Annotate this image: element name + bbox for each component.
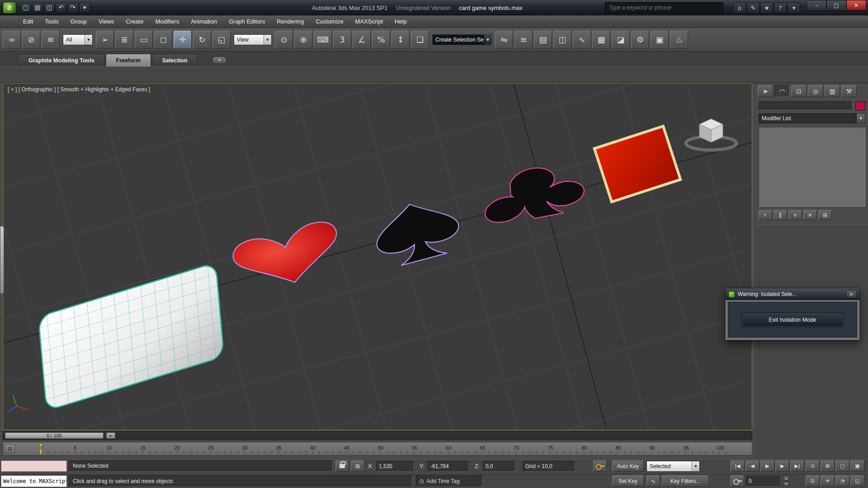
snaps-toggle-3d-button[interactable]: 3 (333, 31, 351, 49)
timeline-frame-5[interactable]: 5 (74, 445, 76, 450)
help-dropdown-button[interactable]: ▾ (788, 2, 800, 13)
minimize-button[interactable]: – (807, 0, 826, 10)
object-club[interactable] (476, 157, 588, 233)
favorites-button[interactable]: ★ (760, 2, 773, 13)
object-color-swatch[interactable] (855, 101, 865, 110)
timeline-frame-60[interactable]: 60 (446, 445, 451, 450)
menu-item-customize[interactable]: Customize (310, 15, 349, 28)
next-frame-arrow-icon[interactable]: ▸ (106, 432, 115, 439)
timeline-frame-35[interactable]: 35 (276, 445, 282, 450)
reference-coordinate-dropdown[interactable]: View▼ (234, 34, 272, 45)
close-icon[interactable]: ✕ (846, 290, 857, 298)
pan-view-button[interactable]: ✛ (821, 475, 835, 487)
bind-to-space-warp-button[interactable]: ≋ (42, 31, 60, 49)
make-unique-button[interactable]: ⋎ (788, 210, 802, 220)
object-card-back[interactable] (594, 126, 680, 202)
macro-recorder-pane[interactable] (1, 460, 67, 472)
zoom-extents-all-button[interactable]: ▣ (850, 460, 864, 472)
zoom-extents-button[interactable]: ▢ (835, 460, 849, 472)
timeline-frame-90[interactable]: 90 (650, 445, 655, 450)
chevron-down-icon[interactable]: ▼ (856, 113, 865, 123)
select-by-name-button[interactable]: ≣ (115, 31, 133, 49)
motion-tab[interactable]: ◎ (808, 85, 823, 97)
workspace-dropdown-button[interactable]: ▾ (79, 3, 90, 13)
curve-editor-button[interactable]: ∿ (573, 31, 591, 49)
timeline-frame-65[interactable]: 65 (480, 445, 485, 450)
open-file-button[interactable]: ▤ (32, 3, 43, 13)
manage-layers-button[interactable]: ▤ (534, 31, 552, 49)
timeline-frame-45[interactable]: 45 (344, 445, 349, 450)
save-file-button[interactable]: ◫ (44, 3, 55, 13)
left-panel-handle[interactable] (0, 226, 4, 294)
object-heart[interactable] (230, 218, 346, 296)
align-button[interactable]: ≡ (514, 31, 533, 49)
timeline-frame-75[interactable]: 75 (547, 445, 553, 450)
go-to-end-button[interactable]: ▶| (790, 460, 804, 472)
ribbon-collapse-button[interactable]: ▾ (212, 56, 226, 64)
coord-y-field[interactable] (428, 461, 469, 472)
graphite-ribbon-toggle-button[interactable]: ◫ (553, 31, 571, 49)
viewport-canvas[interactable] (3, 84, 752, 430)
play-animation-button[interactable]: ▶ (760, 460, 774, 472)
timeline-frame-15[interactable]: 15 (140, 445, 146, 450)
rectangular-selection-button[interactable]: ▭ (135, 31, 153, 49)
redo-button[interactable]: ↷ (67, 3, 78, 13)
new-file-button[interactable]: ▢ (20, 3, 31, 13)
named-selection-sets-button[interactable]: ❏ (411, 31, 429, 49)
menu-item-tools[interactable]: Tools (39, 15, 64, 28)
dialog-title-bar[interactable]: Warning: Isolated Sele... ✕ (726, 288, 859, 300)
select-object-button[interactable]: ➢ (96, 31, 114, 49)
maximize-viewport-toggle-button[interactable]: ◱ (850, 475, 864, 487)
zoom-button[interactable]: ⊙ (806, 460, 820, 472)
object-card-plane[interactable] (38, 263, 224, 411)
selection-filter-dropdown[interactable]: All▼ (63, 34, 93, 45)
communication-center-button[interactable]: ⌂ (733, 2, 746, 13)
app-logo-icon[interactable]: Ƨ (3, 2, 16, 14)
show-end-result-button[interactable]: ‖ (774, 210, 787, 220)
add-time-tag-field[interactable]: ◷ Add Time Tag (416, 475, 483, 487)
selection-lock-button[interactable] (335, 460, 349, 472)
select-and-link-button[interactable]: ∞ (3, 31, 21, 49)
display-tab[interactable]: ▥ (825, 85, 840, 97)
menu-item-modifiers[interactable]: Modifiers (149, 15, 185, 28)
select-and-scale-button[interactable]: ◱ (212, 31, 231, 49)
spinner-down-icon[interactable]: ▾ (783, 482, 789, 487)
modifier-list-dropdown[interactable]: Modifier List (759, 113, 856, 123)
menu-item-animation[interactable]: Animation (185, 15, 223, 28)
timeline-frame-40[interactable]: 40 (310, 445, 316, 450)
schematic-view-button[interactable]: ▦ (592, 31, 610, 49)
go-to-start-button[interactable]: |◀ (731, 460, 745, 472)
infocenter-help-button[interactable]: ? (774, 2, 787, 13)
timeline-frame-10[interactable]: 10 (106, 445, 112, 450)
modifier-stack-list[interactable] (759, 127, 865, 206)
modify-tab[interactable]: ◠ (774, 85, 790, 97)
previous-frame-button[interactable]: ◀ (745, 460, 760, 472)
utilities-tab[interactable]: ⚒ (841, 85, 857, 97)
key-filters-button[interactable]: Key Filters... (662, 475, 709, 487)
menu-item-edit[interactable]: Edit (17, 15, 39, 28)
select-and-move-button[interactable]: ✛ (174, 31, 192, 49)
next-frame-button[interactable]: ▶ (775, 460, 789, 472)
timeline-frame-95[interactable]: 95 (684, 445, 689, 450)
timeline-frame-20[interactable]: 20 (174, 445, 179, 450)
maximize-button[interactable]: ▢ (826, 0, 846, 10)
timeline-frame-70[interactable]: 70 (514, 445, 519, 450)
angle-snap-button[interactable]: ∠ (353, 31, 371, 49)
timeline-frame-85[interactable]: 85 (616, 445, 621, 450)
mirror-button[interactable]: ⇋ (495, 31, 513, 49)
timeline-ruler[interactable]: ⊟ 05101520253035404550556065707580859095… (3, 442, 752, 455)
object-spade[interactable] (369, 193, 465, 270)
view-cube[interactable] (686, 119, 736, 150)
coord-x-field[interactable] (376, 461, 414, 472)
maxscript-mini-listener[interactable]: Welcome to MAXScript (1, 475, 67, 487)
timeline-frame-100[interactable]: 100 (716, 445, 724, 450)
viewport[interactable]: [ + ] [ Orthographic ] [ Smooth + Highli… (3, 83, 752, 430)
spinner-up-icon[interactable]: ▴ (783, 476, 789, 481)
key-mode-toggle-button[interactable] (731, 475, 744, 487)
zoom-all-button[interactable]: ⊞ (821, 460, 835, 472)
menu-item-create[interactable]: Create (120, 15, 149, 28)
create-selection-set-dropdown[interactable]: Create Selection Se▼ (432, 34, 492, 45)
hierarchy-tab[interactable]: ⊡ (791, 85, 807, 97)
object-name-field[interactable] (759, 101, 853, 110)
menu-item-help[interactable]: Help (389, 15, 413, 28)
